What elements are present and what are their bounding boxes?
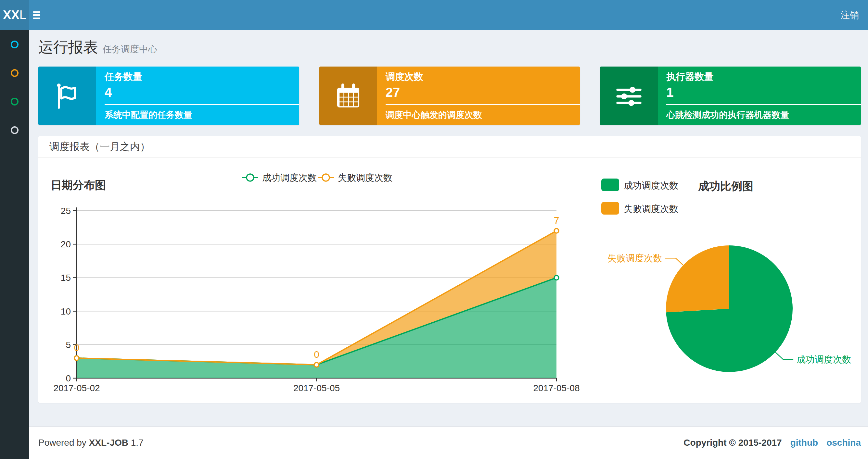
fail-point — [314, 363, 319, 367]
calendar-icon — [319, 67, 377, 125]
stat-value: 1 — [666, 85, 861, 100]
fail-point-label: 0 — [314, 349, 319, 360]
legend-label: 成功调度次数 — [624, 181, 678, 191]
circle-icon — [11, 98, 19, 105]
flag-icon — [38, 67, 96, 125]
fail-point — [74, 356, 79, 360]
y-tick-label: 10 — [61, 306, 71, 317]
circle-icon — [11, 126, 19, 134]
page-subtitle: 任务调度中心 — [103, 44, 157, 54]
divider — [385, 104, 580, 105]
date-distribution-chart: 05101520252017-05-022017-05-052017-05-08… — [51, 173, 580, 393]
divider — [104, 104, 299, 105]
divider — [666, 104, 861, 105]
x-tick-label: 2017-05-05 — [293, 383, 340, 393]
stat-card-jobs: 任务数量 4 系统中配置的任务数量 — [38, 67, 299, 125]
pie-legend-item-fail[interactable]: 失败调度次数 — [601, 202, 678, 215]
panel-body: 05101520252017-05-022017-05-052017-05-08… — [38, 158, 861, 402]
top-navbar: XXL 注销 — [0, 0, 868, 30]
line-chart-title: 日期分布图 — [51, 179, 106, 191]
stat-cards-row: 任务数量 4 系统中配置的任务数量 — [38, 67, 861, 125]
fail-point — [554, 229, 559, 233]
stat-description: 心跳检测成功的执行器机器数量 — [666, 109, 861, 121]
copyright-text: Copyright © 2015-2017 — [683, 437, 782, 448]
stat-label: 任务数量 — [104, 71, 299, 83]
legend-label: 失败调度次数 — [624, 204, 678, 214]
page-header: 运行报表任务调度中心 — [38, 37, 157, 58]
y-tick-label: 25 — [61, 206, 71, 216]
legend-label: 失败调度次数 — [338, 173, 393, 183]
charts-canvas: 05101520252017-05-022017-05-052017-05-08… — [38, 158, 861, 402]
sidebar — [0, 30, 29, 459]
legend-item-success[interactable]: 成功调度次数 — [242, 173, 317, 183]
brand-version: 1.7 — [131, 437, 144, 448]
pie-legend: 成功调度次数失败调度次数 — [601, 178, 678, 215]
y-tick-label: 5 — [66, 340, 71, 350]
pie-slice-fail[interactable] — [666, 245, 729, 312]
stat-description: 系统中配置的任务数量 — [104, 109, 299, 121]
y-tick-label: 15 — [61, 273, 71, 283]
panel-title: 调度报表（一月之内） — [38, 136, 861, 158]
pie-label-line — [775, 352, 793, 359]
pie-legend-item-success[interactable]: 成功调度次数 — [601, 178, 678, 191]
sliders-icon — [600, 67, 658, 125]
pie-slice-label: 失败调度次数 — [608, 253, 662, 263]
y-tick-label: 0 — [66, 373, 71, 383]
schedule-report-panel: 调度报表（一月之内） 05101520252017-05-022017-05-0… — [38, 136, 861, 403]
oschina-link[interactable]: oschina — [827, 437, 861, 448]
app-logo[interactable]: XXL — [0, 0, 29, 30]
github-link[interactable]: github — [790, 437, 818, 448]
pie-chart-title: 成功比例图 — [698, 180, 753, 192]
footer: Powered by XXL-JOB 1.7 Copyright © 2015-… — [29, 426, 868, 459]
x-tick-label: 2017-05-02 — [53, 383, 100, 393]
powered-by: Powered by XXL-JOB 1.7 — [38, 437, 144, 448]
logout-button[interactable]: 注销 — [832, 0, 868, 30]
fail-point-label: 0 — [74, 342, 80, 353]
stat-card-executors: 执行器数量 1 心跳检测成功的执行器机器数量 — [600, 67, 861, 125]
success-point — [554, 275, 559, 280]
stat-label: 执行器数量 — [666, 71, 861, 83]
fail-point-label: 7 — [554, 215, 559, 226]
sidebar-item-job-manage[interactable] — [0, 59, 29, 87]
logo-text-bold: XX — [3, 8, 20, 22]
pie-label-line — [665, 258, 683, 265]
circle-icon — [11, 69, 19, 77]
sidebar-toggle-button[interactable] — [29, 0, 45, 30]
stat-value: 4 — [104, 85, 299, 100]
circle-icon — [11, 40, 19, 48]
pie-slice-label: 成功调度次数 — [797, 355, 851, 364]
sidebar-item-run-report[interactable] — [0, 30, 29, 59]
stat-card-triggers: 调度次数 27 调度中心触发的调度次数 — [319, 67, 580, 125]
line-legend: 成功调度次数失败调度次数 — [242, 173, 393, 183]
brand-name: XXL-JOB — [89, 437, 128, 448]
legend-item-fail[interactable]: 失败调度次数 — [318, 173, 393, 183]
main-content: 运行报表任务调度中心 任务数量 4 系统中配置的任务数量 — [29, 30, 868, 426]
sidebar-item-job-log[interactable] — [0, 116, 29, 144]
x-tick-label: 2017-05-08 — [533, 383, 580, 393]
hamburger-icon — [33, 11, 40, 13]
legend-label: 成功调度次数 — [262, 173, 317, 183]
stat-label: 调度次数 — [385, 71, 580, 83]
y-tick-label: 20 — [61, 239, 71, 249]
success-ratio-pie: 成功调度次数失败调度次数成功比例图成功调度次数失败调度次数 — [601, 178, 851, 372]
logo-text-light: L — [20, 8, 26, 22]
stat-value: 27 — [385, 85, 580, 100]
stat-description: 调度中心触发的调度次数 — [385, 109, 580, 121]
sidebar-item-executor-manage[interactable] — [0, 87, 29, 116]
page-title: 运行报表 — [38, 39, 98, 56]
